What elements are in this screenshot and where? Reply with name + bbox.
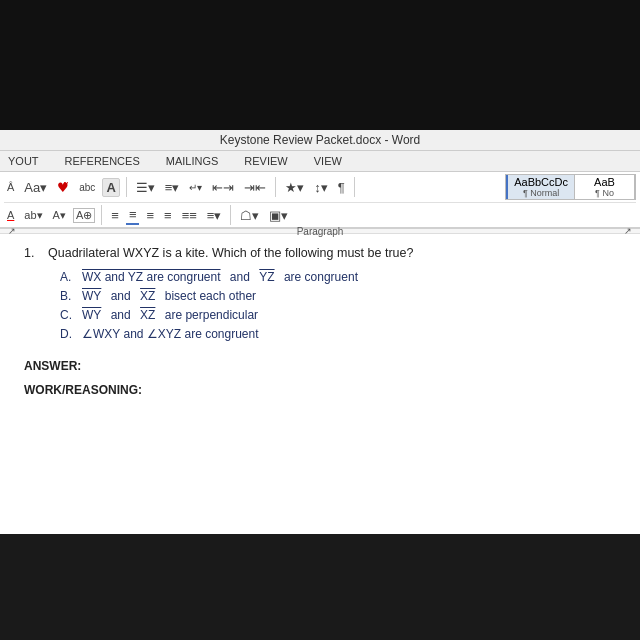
style-normal-sample: AaBbCcDc [514,176,568,188]
choice-c-end: are perpendicular [161,308,258,322]
style-normal[interactable]: AaBbCcDc ¶ Normal [506,175,575,199]
text-effects-icon[interactable]: ab▾ [21,208,45,223]
font-clear-icon[interactable]: A⊕ [73,208,95,223]
shading-icon[interactable]: ☖▾ [237,207,262,224]
ribbon-sep1 [126,177,127,197]
question-text: Quadrilateral WXYZ is a kite. Which of t… [48,246,413,260]
font-superscript-icon[interactable]: Â [4,180,17,194]
ribbon-sep4 [101,205,102,225]
question-1: 1. Quadrilateral WXYZ is a kite. Which o… [24,246,616,260]
abc-icon[interactable]: abc [76,181,98,194]
align-right-icon[interactable]: ≡ [143,207,157,224]
paragraph-label: Paragraph [297,226,344,237]
choice-c-text: and [107,308,134,322]
work-reasoning-label: WORK/REASONING: [24,383,142,397]
align-left-icon[interactable]: ≡ [108,207,122,224]
word-app-window: Keystone Review Packet.docx - Word YOUT … [0,130,640,534]
choice-c-wy: WY [82,308,101,322]
ribbon-row1: Â Aa▾ ♥̃ abc A ☰▾ ≡▾ ↵▾ ⇤⇥ ⇥⇤ ★▾ ↕▾ ¶ A… [4,174,636,203]
choice-d-letter: D. [60,327,76,341]
answer-label: ANSWER: [24,359,616,373]
ribbon-sep3 [354,177,355,197]
pilcrow-icon[interactable]: ¶ [335,179,348,196]
clear-format-icon[interactable]: ♥̃ [54,179,72,196]
choices-list: A. WX and YZ are congruent and YZ are co… [60,270,616,341]
paragraph-section-bar: ↗ Paragraph ↗ [0,229,640,234]
justify-icon[interactable]: ≡ [161,207,175,224]
choice-b-wy: WY [82,289,101,303]
menu-item-view[interactable]: VIEW [310,153,346,169]
choice-d-text: ∠WXY and ∠XYZ are congruent [82,327,259,341]
question-number: 1. [24,246,42,260]
columns-icon[interactable]: ≡≡ [179,207,200,224]
numbering-icon[interactable]: ≡▾ [162,179,183,196]
line-spacing-icon[interactable]: ↕▾ [311,179,331,196]
choice-a: A. WX and YZ are congruent and YZ are co… [60,270,616,284]
choice-c: C. WY and XZ are perpendicular [60,308,616,322]
choice-c-xz: XZ [140,308,155,322]
sort-icon[interactable]: ★▾ [282,179,307,196]
bullets-icon[interactable]: ☰▾ [133,179,158,196]
choice-a-text2: and [227,270,254,284]
menu-item-review[interactable]: REVIEW [240,153,291,169]
menu-item-references[interactable]: REFERENCES [61,153,144,169]
indent-icon[interactable]: ↵▾ [186,181,205,194]
decrease-indent-icon[interactable]: ⇤⇥ [209,179,237,196]
choice-b-letter: B. [60,289,76,303]
ribbon-row2: A ab▾ A▾ A⊕ ≡ ≡ ≡ ≡ ≡≡ ≡▾ ☖▾ ▣▾ [4,203,636,227]
answer-section: ANSWER: WORK/REASONING: [24,359,616,397]
increase-indent-icon[interactable]: ⇥⇤ [241,179,269,196]
choice-a-letter: A. [60,270,76,284]
ribbon-sep5 [230,205,231,225]
monitor-bezel-bottom [0,534,640,594]
choice-d: D. ∠WXY and ∠XYZ are congruent [60,327,616,341]
style-normal-label: ¶ Normal [514,188,568,198]
borders-icon[interactable]: ▣▾ [266,207,291,224]
align-center-icon[interactable]: ≡ [126,206,140,225]
choice-a-yz: YZ [259,270,274,284]
ribbon-sep2 [275,177,276,197]
menu-bar: YOUT REFERENCES MAILINGS REVIEW VIEW [0,151,640,172]
menu-item-layout[interactable]: YOUT [4,153,43,169]
choice-b: B. WY and XZ bisect each other [60,289,616,303]
highlight-icon[interactable]: A▾ [50,208,69,223]
menu-item-mailings[interactable]: MAILINGS [162,153,223,169]
choice-a-end: are congruent [281,270,358,284]
choice-a-text: WX and YZ are congruent [82,270,221,284]
choice-b-end: bisect each other [161,289,256,303]
monitor-bezel-top [0,0,640,130]
choice-b-xz: XZ [140,289,155,303]
choice-c-letter: C. [60,308,76,322]
style-no-spacing[interactable]: AaB ¶ No [575,175,635,199]
expand-font-icon[interactable]: ↗ [8,226,16,236]
line-spacing2-icon[interactable]: ≡▾ [204,207,225,224]
expand-paragraph-icon[interactable]: ↗ [624,226,632,236]
font-color-a-icon[interactable]: A [4,208,17,222]
font-box-icon[interactable]: A [102,178,119,197]
font-style-icon[interactable]: Aa▾ [21,179,50,196]
styles-panel: AaBbCcDc ¶ Normal AaB ¶ No [505,174,636,200]
style-no-spacing-sample: AaB [581,176,628,188]
document-area: 1. Quadrilateral WXYZ is a kite. Which o… [0,234,640,534]
work-label: WORK/REASONING: [24,383,616,397]
title-bar: Keystone Review Packet.docx - Word [0,130,640,151]
title-bar-text: Keystone Review Packet.docx - Word [220,133,421,147]
style-no-spacing-label: ¶ No [581,188,628,198]
ribbon: Â Aa▾ ♥̃ abc A ☰▾ ≡▾ ↵▾ ⇤⇥ ⇥⇤ ★▾ ↕▾ ¶ A… [0,172,640,229]
choice-b-text: and [107,289,134,303]
